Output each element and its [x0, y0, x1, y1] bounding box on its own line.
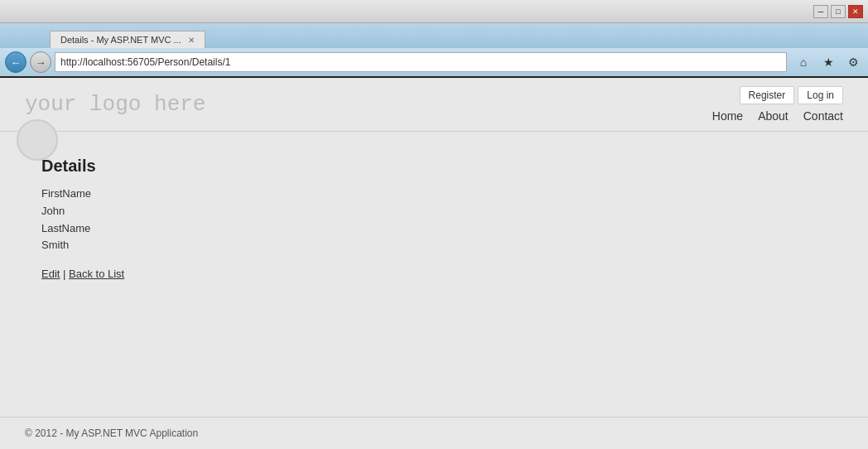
browser-tab[interactable]: Details - My ASP.NET MVC ... ✕ [50, 31, 205, 48]
nav-about-link[interactable]: About [758, 109, 788, 123]
auth-buttons: Register Log in [740, 86, 843, 104]
tab-bar: Details - My ASP.NET MVC ... ✕ [0, 23, 868, 48]
nav-icons-right: ⌂ ★ ⚙ [793, 52, 863, 72]
home-icon[interactable]: ⌂ [793, 52, 813, 72]
browser-window: ─ □ ✕ Details - My ASP.NET MVC ... ✕ ← →… [0, 0, 868, 449]
app-header: your logo here Register Log in Home Abou… [0, 78, 868, 132]
firstname-label: FirstName [41, 186, 827, 203]
forward-button[interactable]: → [30, 51, 51, 73]
maximize-button[interactable]: □ [831, 5, 846, 18]
tab-close-icon[interactable]: ✕ [188, 36, 195, 45]
nav-bar: ← → http://localhost:56705/Person/Detail… [0, 48, 868, 78]
app-footer: © 2012 - My ASP.NET MVC Application [0, 417, 868, 449]
title-bar: ─ □ ✕ [0, 0, 868, 23]
lastname-value: Smith [41, 237, 827, 254]
page-content: your logo here Register Log in Home Abou… [0, 78, 868, 449]
page-title: Details [41, 157, 827, 176]
favorites-icon[interactable]: ★ [818, 52, 838, 72]
address-bar[interactable]: http://localhost:56705/Person/Details/1 [55, 52, 787, 72]
nav-contact-link[interactable]: Contact [803, 109, 843, 123]
close-button[interactable]: ✕ [848, 5, 863, 18]
nav-links: Home About Contact [712, 109, 843, 123]
title-bar-buttons: ─ □ ✕ [813, 5, 863, 18]
edit-link[interactable]: Edit [41, 268, 60, 280]
lastname-label: LastName [41, 220, 827, 238]
minimize-button[interactable]: ─ [813, 5, 828, 18]
settings-icon[interactable]: ⚙ [843, 52, 863, 72]
logo-text: your logo here [25, 92, 205, 117]
separator: | [63, 268, 69, 280]
actions: Edit | Back to List [41, 268, 827, 280]
login-button[interactable]: Log in [798, 86, 843, 104]
url-text: http://localhost:56705/Person/Details/1 [60, 56, 230, 68]
back-to-list-link[interactable]: Back to List [69, 268, 124, 280]
register-button[interactable]: Register [740, 86, 795, 104]
tab-label: Details - My ASP.NET MVC ... [60, 35, 181, 45]
main-content: Details FirstName John LastName Smith Ed… [0, 132, 868, 305]
back-button[interactable]: ← [5, 51, 27, 73]
firstname-value: John [41, 203, 827, 220]
circle-logo [17, 119, 58, 161]
footer-text: © 2012 - My ASP.NET MVC Application [25, 427, 198, 439]
header-right: Register Log in Home About Contact [712, 86, 843, 123]
nav-home-link[interactable]: Home [712, 109, 743, 123]
